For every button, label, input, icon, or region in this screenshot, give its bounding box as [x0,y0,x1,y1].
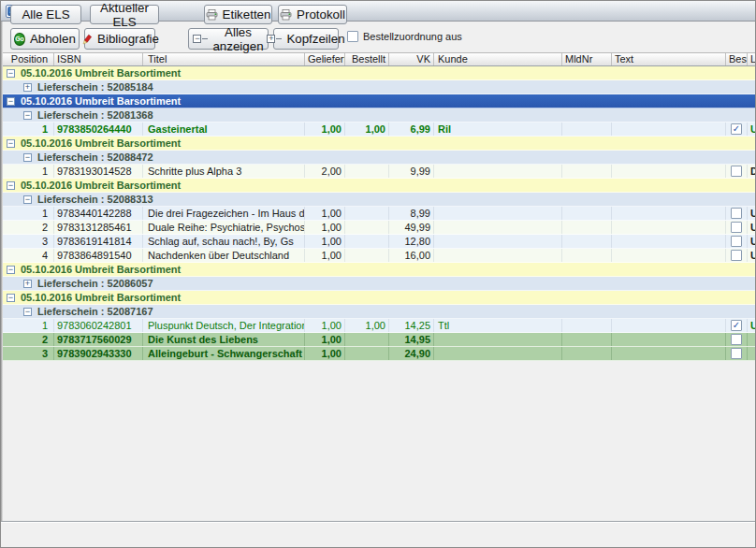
delivery-note-row[interactable]: −Lieferschein : 52081368 [1,108,755,123]
cell-lie: Un [748,235,755,248]
cell-gel: 1,00 [305,333,345,346]
column-header-lie[interactable]: Lie [748,53,755,65]
collapse-icon[interactable]: − [23,195,32,204]
row-checkbox[interactable] [731,222,742,233]
cell-text [612,123,726,136]
column-header-text[interactable]: Text [612,53,726,65]
delivery-note-row[interactable]: −Lieferschein : 52088313 [1,193,755,207]
group-label: 05.10.2016 Umbreit Barsortiment [21,291,181,304]
group-row[interactable]: −05.10.2016 Umbreit Barsortiment [1,66,755,80]
cell-pos: 1 [1,165,54,178]
row-checkbox-checked[interactable]: ✓ [731,320,742,331]
group-row-selected[interactable]: −05.10.2016 Umbreit Barsortiment [1,94,755,108]
row-checkbox-checked[interactable]: ✓ [731,123,742,135]
etiketten-button[interactable]: Etiketten [204,5,272,24]
item-row[interactable]: 19783060242801Pluspunkt Deutsch, Der Int… [1,319,755,333]
item-row[interactable]: 29783131285461Duale Reihe: Psychiatrie, … [1,221,755,235]
group-row[interactable]: −05.10.2016 Umbreit Barsortiment [1,263,755,277]
protokoll-button[interactable]: Protokoll [278,5,347,24]
group-label: 05.10.2016 Umbreit Barsortiment [21,137,181,150]
column-header-titel[interactable]: Titel [143,53,305,65]
cell-mldnr [562,347,612,360]
expand-icon[interactable]: + [23,83,32,92]
row-checkbox[interactable] [731,236,742,247]
item-row[interactable]: 39783619141814Schlag auf, schau nach!, B… [1,235,755,249]
cell-bst [345,165,389,178]
cell-vk: 14,95 [389,333,434,346]
group-row[interactable]: −05.10.2016 Umbreit Barsortiment [1,291,755,305]
expand-icon[interactable]: + [23,280,32,288]
aktueller-els-label: Aktueller ELS [100,1,149,29]
cell-text [612,347,726,360]
bestellzuordnung-checkbox[interactable] [347,31,358,42]
collapse-icon[interactable]: − [23,111,32,120]
group-row[interactable]: −05.10.2016 Umbreit Barsortiment [1,179,755,193]
row-checkbox[interactable] [731,348,742,359]
cell-vk: 24,90 [389,347,434,360]
kopfzeilen-button[interactable]: + Kopfzeilen [273,28,339,50]
delivery-note-row[interactable]: +Lieferschein : 52085184 [1,80,755,94]
group-row[interactable]: −05.10.2016 Umbreit Barsortiment [1,137,755,151]
collapse-icon[interactable]: − [23,153,32,162]
bestellzuordnung-checkbox-group[interactable]: Bestellzuordnung aus [347,31,462,42]
cell-bst: 1,00 [345,319,389,332]
alles-anzeigen-button[interactable]: − Alles anzeigen [188,28,269,50]
item-row[interactable]: 39783902943330Alleingeburt - Schwangersc… [1,347,755,361]
collapse-icon[interactable]: − [7,97,15,106]
item-row[interactable]: 19783850264440Gasteinertal1,001,006,99Ri… [1,123,755,137]
cell-cb [726,221,748,234]
cell-gel: 1,00 [305,221,345,234]
collapse-icon[interactable]: − [7,139,15,148]
delivery-note-row[interactable]: −Lieferschein : 52087167 [1,305,755,319]
delivery-note-row[interactable]: +Lieferschein : 52086057 [1,277,755,291]
collapse-icon[interactable]: − [7,181,15,190]
left-edge-border [1,22,3,521]
row-checkbox[interactable] [731,250,742,261]
collapse-icon[interactable]: − [7,266,15,274]
cell-gel: 1,00 [305,207,345,220]
column-header-isbn[interactable]: ISBN [54,53,143,65]
delivery-note-label: Lieferschein : 52088472 [37,151,153,164]
cell-gel: 1,00 [305,249,345,262]
abholen-button[interactable]: Go Abholen [10,28,80,50]
row-checkbox[interactable] [731,334,742,345]
cell-gel: 1,00 [305,235,345,248]
item-row[interactable]: 19783440142288Die drei Fragezeichen - Im… [1,207,755,221]
cell-vk: 6,99 [389,123,434,136]
column-header-bst[interactable]: Bestellt [345,53,389,65]
collapse-icon[interactable]: − [7,69,15,78]
item-row[interactable]: 19783193014528Schritte plus Alpha 32,009… [1,165,755,179]
column-header-gel[interactable]: Geliefert [305,53,345,65]
column-header-cb[interactable]: Best. [726,53,748,65]
cell-bst [345,333,389,346]
column-header-mldnr[interactable]: MldNr [562,53,612,65]
column-header-vk[interactable]: VK [389,53,434,65]
cell-cb [726,249,748,262]
cell-pos: 3 [1,235,54,248]
bibliografie-button[interactable]: Bibliografie [84,28,155,50]
cell-lie: Un [748,319,755,332]
item-row[interactable]: 49783864891540Nachdenken über Deutschlan… [1,249,755,263]
delivery-note-label: Lieferschein : 52088313 [37,193,153,206]
collapse-icon[interactable]: − [23,308,32,316]
group-label: 05.10.2016 Umbreit Barsortiment [21,179,181,192]
cell-titel: Die drei Fragezeichen - Im Haus des Henk [143,207,305,220]
alles-anzeigen-label: Alles anzeigen [212,25,263,53]
cell-pos: 4 [1,249,54,262]
expand-headers-icon: + [267,35,282,43]
cell-vk: 9,99 [389,165,434,178]
cell-titel: Schlag auf, schau nach!, By, Gs [143,235,305,248]
cell-gel: 1,00 [305,123,345,136]
alle-els-button[interactable]: Alle ELS [10,5,81,24]
column-header-pos[interactable]: Position [1,53,54,65]
delivery-note-row[interactable]: −Lieferschein : 52088472 [1,151,755,165]
row-checkbox[interactable] [731,208,742,219]
column-header-kunde[interactable]: Kunde [434,53,562,65]
cell-isbn: 9783619141814 [54,235,143,248]
go-icon: Go [14,33,25,46]
row-checkbox[interactable] [731,166,742,177]
item-row[interactable]: 29783717560029Die Kunst des Liebens1,001… [1,333,755,347]
aktueller-els-button[interactable]: Aktueller ELS [90,5,159,24]
cell-bst [345,249,389,262]
collapse-icon[interactable]: − [7,294,15,302]
